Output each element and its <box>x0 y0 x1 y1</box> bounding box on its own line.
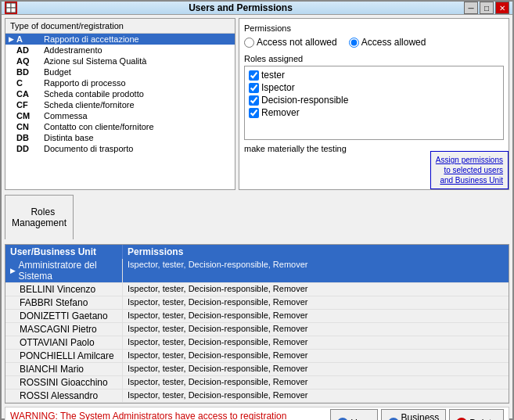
doc-list-item[interactable]: CRapporto di processo <box>5 77 235 88</box>
action-buttons: + User + BusinessUnit ✕ Delete <box>330 409 504 420</box>
col-header-user: User/Business Unit <box>5 245 123 259</box>
user-cell: ROSSINI Gioacchino <box>5 376 123 389</box>
doc-list-item[interactable]: DDDocumento di trasporto <box>5 143 235 154</box>
user-cell: ROSSI Alessandro <box>5 389 123 402</box>
app-icon <box>5 2 17 14</box>
svg-rect-3 <box>11 8 16 13</box>
user-cell: BIANCHI Mario <box>5 363 123 375</box>
roles-assigned-section: Roles assigned testerIspectorDecision-re… <box>244 54 504 140</box>
warning-text: WARNING: The System Administrators have … <box>10 411 307 420</box>
doc-list-item[interactable]: CAScheda contabile prodotto <box>5 88 235 99</box>
table-header: User/Business Unit Permissions <box>5 245 509 259</box>
permissions-cell: Ispector, tester, Decision-responsible, … <box>123 296 509 309</box>
add-business-unit-label: BusinessUnit <box>401 412 440 420</box>
user-cell: BELLINI Vincenzo <box>5 283 123 296</box>
warning-bar: WARNING: The System Administrators have … <box>5 407 509 420</box>
access-not-allowed-label: Access not allowed <box>257 37 337 48</box>
user-cell: MASCAGNI Pietro <box>5 323 123 336</box>
table-row[interactable]: OTTAVIANI Paolo Ispector, tester, Decisi… <box>5 336 509 350</box>
role-item: Remover <box>247 106 501 119</box>
roles-management-tab[interactable]: Roles Management <box>5 195 74 239</box>
doc-list-item[interactable]: BDBudget <box>5 66 235 77</box>
window-title: Users and Permissions <box>17 2 464 13</box>
table-body[interactable]: ▶ Amministratore del Sistema Ispector, t… <box>5 259 509 403</box>
role-name: Remover <box>261 107 300 118</box>
role-item: Decision-responsible <box>247 94 501 106</box>
roles-assigned-title: Roles assigned <box>244 54 504 63</box>
role-item: tester <box>247 69 501 81</box>
document-panel: Type of document/registration ▶ARapporto… <box>5 18 235 190</box>
access-not-allowed-radio[interactable] <box>244 38 254 48</box>
user-cell: PONCHIELLI Amilcare <box>5 350 123 362</box>
main-window: Users and Permissions ─ □ ✕ Type of docu… <box>0 0 514 420</box>
maximize-button[interactable]: □ <box>480 2 494 14</box>
permissions-section: Permissions Access not allowed Access al… <box>239 18 509 190</box>
table-row[interactable]: PONCHIELLI Amilcare Ispector, tester, De… <box>5 350 509 363</box>
permissions-cell: Ispector, tester, Decision-responsible, … <box>123 283 509 296</box>
row-arrow-icon: ▶ <box>10 267 17 275</box>
delete-button[interactable]: ✕ Delete <box>449 409 504 420</box>
access-allowed-option[interactable]: Access allowed <box>349 37 426 48</box>
role-name: Decision-responsible <box>261 95 348 106</box>
role-checkbox[interactable] <box>249 95 259 106</box>
doc-list-inner[interactable]: ▶ARapporto di accettazioneADAddestrament… <box>5 34 235 189</box>
roles-box: testerIspectorDecision-responsibleRemove… <box>244 66 504 140</box>
role-name: tester <box>261 70 285 81</box>
roles-management-area: Roles Management <box>5 193 509 241</box>
col-header-permissions: Permissions <box>123 245 509 259</box>
doc-list-item[interactable]: ADAddestramento <box>5 45 235 56</box>
permissions-cell: Ispector, tester, Decision-responsible, … <box>123 323 509 336</box>
assign-permissions-button[interactable]: Assign permissionsto selected usersand B… <box>430 151 509 189</box>
add-business-unit-button[interactable]: + BusinessUnit <box>381 409 447 420</box>
doc-list: ▶ARapporto di accettazioneADAddestrament… <box>5 34 235 189</box>
user-cell: FABBRI Stefano <box>5 296 123 309</box>
permissions-title: Permissions <box>244 23 504 33</box>
title-bar: Users and Permissions ─ □ ✕ <box>2 2 512 15</box>
svg-rect-1 <box>11 3 16 8</box>
title-bar-left <box>5 2 17 14</box>
role-checkbox[interactable] <box>249 70 259 81</box>
user-cell: OTTAVIANI Paolo <box>5 336 123 349</box>
permissions-cell: Ispector, tester, Decision-responsible, … <box>123 363 509 375</box>
permissions-cell: Ispector, tester, Decision-responsible, … <box>123 310 509 322</box>
role-checkbox[interactable] <box>249 83 259 93</box>
main-content: Type of document/registration ▶ARapporto… <box>2 15 512 420</box>
doc-arrow-icon: ▶ <box>9 35 16 43</box>
doc-list-item[interactable]: AQAzione sul Sistema Qualità <box>5 56 235 66</box>
role-name: Ispector <box>261 82 295 93</box>
role-item: Ispector <box>247 81 501 94</box>
doc-panel-header: Type of document/registration <box>5 19 235 34</box>
doc-list-item[interactable]: CNContatto con cliente/fornitore <box>5 121 235 132</box>
title-buttons: ─ □ ✕ <box>464 2 509 14</box>
add-user-button[interactable]: + User <box>330 409 377 420</box>
table-row[interactable]: ROSSI Alessandro Ispector, tester, Decis… <box>5 389 509 403</box>
permissions-cell: Ispector, tester, Decision-responsible, … <box>123 376 509 389</box>
table-row[interactable]: BELLINI Vincenzo Ispector, tester, Decis… <box>5 283 509 296</box>
table-row[interactable]: FABBRI Stefano Ispector, tester, Decisio… <box>5 296 509 310</box>
close-button[interactable]: ✕ <box>495 2 509 14</box>
svg-rect-2 <box>6 8 11 13</box>
table-row[interactable]: BIANCHI Mario Ispector, tester, Decision… <box>5 363 509 376</box>
permissions-cell: Ispector, tester, Decision-responsible, … <box>123 336 509 349</box>
table-row[interactable]: ▶ Amministratore del Sistema Ispector, t… <box>5 259 509 283</box>
access-allowed-label: Access allowed <box>361 37 426 48</box>
access-allowed-radio[interactable] <box>349 38 359 48</box>
minimize-button[interactable]: ─ <box>464 2 478 14</box>
permissions-panel: Permissions Access not allowed Access al… <box>239 18 509 190</box>
permissions-cell: Ispector, tester, Decision-responsible, … <box>123 259 509 282</box>
access-radio-group: Access not allowed Access allowed <box>244 37 504 48</box>
doc-list-item[interactable]: CMCommessa <box>5 110 235 121</box>
role-checkbox[interactable] <box>249 108 259 118</box>
user-cell: DONIZETTI Gaetano <box>5 310 123 322</box>
user-cell: ▶ Amministratore del Sistema <box>5 259 123 282</box>
doc-list-item[interactable]: DBDistinta base <box>5 132 235 143</box>
doc-list-item[interactable]: ▶ARapporto di accettazione <box>5 34 235 45</box>
table-row[interactable]: DONIZETTI Gaetano Ispector, tester, Deci… <box>5 310 509 323</box>
permissions-cell: Ispector, tester, Decision-responsible, … <box>123 389 509 402</box>
permissions-cell: Ispector, tester, Decision-responsible, … <box>123 350 509 362</box>
svg-rect-0 <box>6 3 11 8</box>
table-row[interactable]: MASCAGNI Pietro Ispector, tester, Decisi… <box>5 323 509 336</box>
table-row[interactable]: ROSSINI Gioacchino Ispector, tester, Dec… <box>5 376 509 389</box>
access-not-allowed-option[interactable]: Access not allowed <box>244 37 337 48</box>
doc-list-item[interactable]: CFScheda cliente/fornitore <box>5 99 235 110</box>
